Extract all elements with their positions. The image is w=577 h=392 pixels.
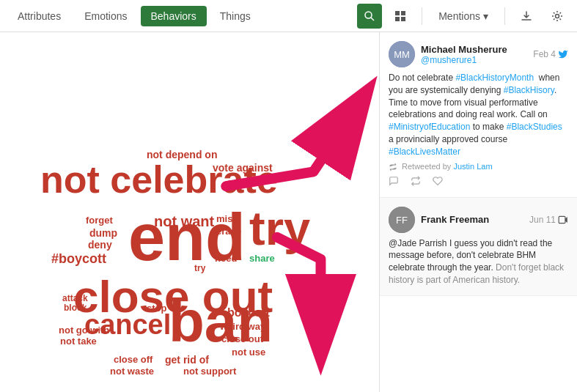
svg-point-6	[556, 14, 559, 18]
svg-rect-5	[401, 17, 405, 21]
word-not-depend-on: not depend on	[147, 149, 217, 160]
settings-button[interactable]	[545, 4, 570, 29]
tweet-date-1: Feb 4	[533, 49, 568, 59]
tweet-card-2: FF Frank Freeman Jun 11	[380, 198, 577, 296]
avatar-1: MM	[389, 41, 415, 67]
word-stop: stop	[147, 303, 166, 313]
tab-attributes[interactable]: Attributes	[7, 6, 71, 26]
reply-icon-1[interactable]	[389, 176, 399, 188]
settings-icon	[551, 10, 563, 22]
word-not-waste: not waste	[110, 366, 154, 376]
like-icon-1[interactable]	[433, 176, 443, 188]
word-deny: deny	[88, 240, 112, 250]
tweet-header-1: MM Michael Musherure @musherure1 Feb 4	[389, 41, 568, 67]
tweet-name-2: Frank Freeman	[421, 214, 523, 225]
chevron-down-icon: ▾	[483, 10, 488, 22]
word-try: try	[194, 264, 205, 273]
tweet-body-1: Do not celebrate #BlackHistoryMonth when…	[389, 72, 568, 158]
tweets-panel: MM Michael Musherure @musherure1 Feb 4	[379, 32, 577, 392]
svg-rect-2	[395, 11, 400, 15]
word-forget: forget	[86, 215, 113, 225]
word-attack: attack	[62, 294, 88, 303]
hashtag-blackhisory[interactable]: #BlackHisory	[504, 85, 554, 95]
tweet-actions-1	[389, 176, 568, 188]
tweet-handle-1[interactable]: @musherure1	[421, 55, 527, 65]
video-icon-2	[558, 215, 568, 225]
word-get-rid-of: get rid of	[165, 355, 209, 365]
date-text-1: Feb 4	[533, 49, 556, 59]
tab-things[interactable]: Things	[210, 6, 261, 26]
tweet-date-2: Jun 11	[529, 215, 568, 225]
tab-behaviors[interactable]: Behaviors	[141, 6, 207, 26]
word-not-take: not take	[60, 336, 97, 346]
word-not-support: not support	[183, 366, 236, 376]
word-not-use: not use	[232, 347, 265, 357]
search-icon	[364, 10, 375, 22]
tweet-name-1: Michael Musherure	[421, 44, 527, 55]
svg-rect-4	[395, 17, 400, 21]
divider	[422, 7, 422, 25]
word-boycott: boycott	[227, 307, 270, 319]
word-share: share	[249, 254, 275, 263]
tab-emotions[interactable]: Emotions	[74, 6, 137, 26]
svg-rect-12	[559, 216, 565, 223]
tweet-header-2: FF Frank Freeman Jun 11	[389, 207, 568, 233]
svg-rect-3	[401, 11, 405, 15]
avatar-image-1: MM	[389, 41, 415, 67]
svg-text:FF: FF	[396, 215, 408, 226]
twitter-icon-1	[558, 49, 568, 59]
divider2	[504, 7, 505, 25]
tweet-body-2: @Jade Parrish I guess you didn't read th…	[389, 237, 568, 286]
mentions-label: Mentions	[438, 10, 480, 22]
search-button[interactable]	[357, 4, 382, 29]
word-dump: dump	[89, 228, 117, 238]
grid-button[interactable]	[388, 4, 413, 29]
word-not-want: not want	[154, 214, 214, 229]
date-text-2: Jun 11	[529, 215, 556, 225]
tweet-meta-2: Frank Freeman	[421, 214, 523, 225]
svg-text:MM: MM	[394, 49, 410, 60]
word-try: try	[249, 204, 310, 252]
avatar-2: FF	[389, 207, 415, 233]
header-right: Mentions ▾	[357, 4, 570, 29]
hashtag-blackstudies[interactable]: #BlackStudies	[507, 122, 562, 132]
hashtag-blacklivesmatter[interactable]: #BlackLivesMatter	[389, 147, 460, 157]
word-cloud: not celebrateendtryclose outbancancelnot…	[0, 32, 379, 392]
tweet-meta-1: Michael Musherure @musherure1	[421, 44, 527, 65]
avatar-image-2: FF	[389, 207, 415, 233]
svg-line-1	[371, 18, 374, 21]
word-vote-against: vote against	[213, 163, 273, 173]
tweet-card-1: MM Michael Musherure @musherure1 Feb 4	[380, 32, 577, 198]
header: Attributes Emotions Behaviors Things Men…	[0, 0, 577, 32]
svg-point-0	[365, 12, 372, 18]
retweet-action-icon-1[interactable]	[411, 176, 421, 188]
nav-tabs: Attributes Emotions Behaviors Things	[7, 6, 357, 26]
retweet-icon-1	[389, 163, 397, 171]
hashtag-blackhistorymonth[interactable]: #BlackHistoryMonth	[455, 73, 534, 83]
download-icon	[521, 10, 532, 22]
word-block: block	[64, 303, 87, 312]
word-need: need	[215, 254, 237, 263]
word-erase: erase	[216, 226, 241, 236]
app-container: Attributes Emotions Behaviors Things Men…	[0, 0, 577, 392]
grid-icon	[394, 10, 406, 22]
hashtag-ministryofeducation[interactable]: #MinistryofEducation	[389, 122, 470, 132]
mentions-button[interactable]: Mentions ▾	[431, 7, 496, 26]
word-miss: miss	[216, 214, 238, 223]
retweet-info-1: Retweeted by Justin Lam	[389, 162, 568, 171]
retweet-author-1[interactable]: Justin Lam	[453, 162, 492, 171]
word-close-out: close out	[221, 334, 263, 344]
main-content: not celebrateendtryclose outbancancelnot…	[0, 32, 577, 392]
word-weird-way: weird way	[220, 322, 265, 331]
word-close-off: close off	[114, 355, 152, 364]
word-not-go-with: not go with	[59, 325, 109, 335]
word-boycott: #boycott	[51, 252, 106, 265]
download-button[interactable]	[514, 4, 539, 29]
